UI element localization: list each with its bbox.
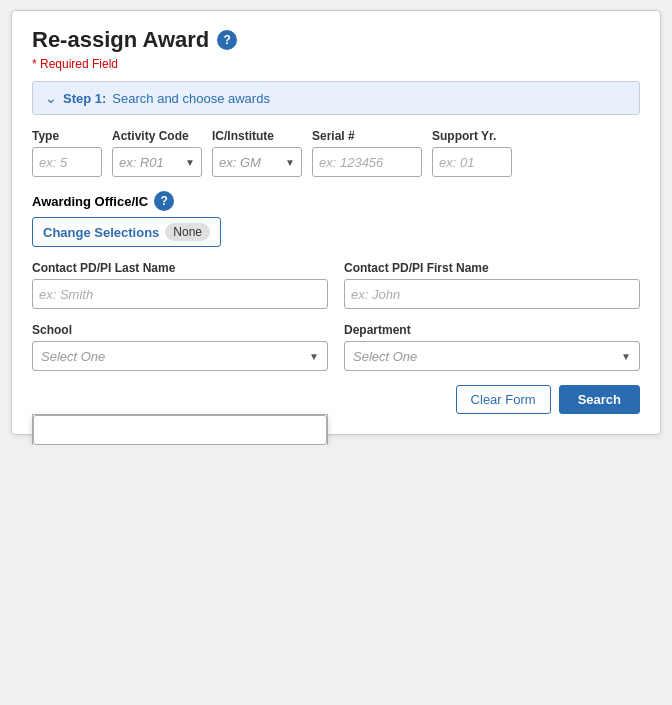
change-selections-label: Change Selections: [43, 225, 159, 240]
action-row: Clear Form Search: [344, 385, 640, 414]
awarding-help-icon[interactable]: ?: [154, 191, 174, 211]
change-selections-button[interactable]: Change Selections None: [32, 217, 221, 247]
department-select[interactable]: Select One ▼: [344, 341, 640, 371]
step1-header: ⌄ Step 1: Search and choose awards: [32, 81, 640, 115]
department-group: Department Select One ▼ Clear Form Searc…: [344, 323, 640, 414]
department-placeholder: Select One: [353, 349, 417, 364]
awarding-label-text: Awarding Office/IC: [32, 194, 148, 209]
activity-code-dropdown[interactable]: ex: R01: [119, 155, 185, 170]
activity-code-arrow-icon: ▼: [185, 157, 195, 168]
type-group: Type: [32, 129, 102, 177]
clear-form-button[interactable]: Clear Form: [456, 385, 551, 414]
ic-institute-label: IC/Institute: [212, 129, 302, 143]
title-text: Re-assign Award: [32, 27, 209, 53]
type-label: Type: [32, 129, 102, 143]
required-note: * Required Field: [32, 57, 640, 71]
type-input[interactable]: [32, 147, 102, 177]
school-dropdown-search[interactable]: [33, 415, 327, 445]
ic-institute-dropdown[interactable]: ex: GM: [219, 155, 285, 170]
contact-last-label: Contact PD/PI Last Name: [32, 261, 328, 275]
school-select[interactable]: Select One ▼: [32, 341, 328, 371]
serial-label: Serial #: [312, 129, 422, 143]
awarding-section: Awarding Office/IC ? Change Selections N…: [32, 191, 640, 247]
school-dropdown-open: DIVISION OF GRADUATE STUDIES GENERAL CAM…: [32, 414, 328, 445]
contact-first-label: Contact PD/PI First Name: [344, 261, 640, 275]
support-yr-label: Support Yr.: [432, 129, 512, 143]
main-card: Re-assign Award ? * Required Field ⌄ Ste…: [11, 10, 661, 435]
form-row-1: Type Activity Code ex: R01 ▼ IC/Institut…: [32, 129, 640, 177]
ic-institute-select[interactable]: ex: GM ▼: [212, 147, 302, 177]
contact-first-group: Contact PD/PI First Name: [344, 261, 640, 309]
department-label: Department: [344, 323, 640, 337]
school-group: School Select One ▼ DIVISION OF GRADUATE…: [32, 323, 328, 414]
serial-group: Serial #: [312, 129, 422, 177]
activity-code-label: Activity Code: [112, 129, 202, 143]
contact-row: Contact PD/PI Last Name Contact PD/PI Fi…: [32, 261, 640, 309]
school-label: School: [32, 323, 328, 337]
awarding-label: Awarding Office/IC ?: [32, 191, 640, 211]
contact-last-input[interactable]: [32, 279, 328, 309]
support-yr-input[interactable]: [432, 147, 512, 177]
required-note-text: * Required Field: [32, 57, 118, 71]
title-help-icon[interactable]: ?: [217, 30, 237, 50]
school-placeholder: Select One: [41, 349, 105, 364]
none-badge: None: [165, 223, 210, 241]
activity-code-select[interactable]: ex: R01 ▼: [112, 147, 202, 177]
step1-text: Search and choose awards: [112, 91, 270, 106]
contact-first-input[interactable]: [344, 279, 640, 309]
department-arrow-icon: ▼: [621, 351, 631, 362]
serial-input[interactable]: [312, 147, 422, 177]
activity-code-group: Activity Code ex: R01 ▼: [112, 129, 202, 177]
school-dept-row: School Select One ▼ DIVISION OF GRADUATE…: [32, 323, 640, 414]
ic-institute-arrow-icon: ▼: [285, 157, 295, 168]
contact-last-group: Contact PD/PI Last Name: [32, 261, 328, 309]
support-yr-group: Support Yr.: [432, 129, 512, 177]
school-arrow-icon: ▼: [309, 351, 319, 362]
step1-label: Step 1:: [63, 91, 106, 106]
search-button[interactable]: Search: [559, 385, 640, 414]
ic-institute-group: IC/Institute ex: GM ▼: [212, 129, 302, 177]
step1-chevron-icon: ⌄: [45, 90, 57, 106]
page-title: Re-assign Award ?: [32, 27, 640, 53]
